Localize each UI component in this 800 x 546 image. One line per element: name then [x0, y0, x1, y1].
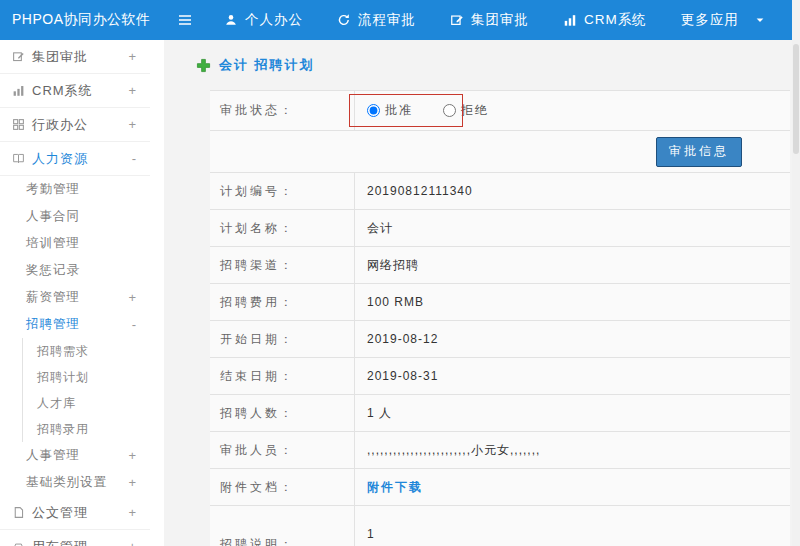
sidebar-item-recruit-demand[interactable]: 招聘需求 [22, 338, 150, 364]
sidebar-item-base-category[interactable]: 基础类别设置 + [0, 469, 150, 496]
row-recruit-cost: 招聘费用： 100 RMB [210, 284, 790, 321]
field-value: 2019-08-12 [355, 321, 790, 357]
nav-crm-system[interactable]: CRM系统 [563, 11, 647, 29]
sidebar-item-attendance[interactable]: 考勤管理 [0, 176, 150, 203]
nav-process-approval[interactable]: 流程审批 [337, 11, 416, 29]
row-attachment: 附件文档： 附件下载 [210, 469, 790, 506]
collapse-icon[interactable]: - [132, 151, 150, 166]
field-label: 附件文档： [210, 469, 355, 505]
row-start-date: 开始日期： 2019-08-12 [210, 321, 790, 358]
nav-group-approval[interactable]: 集团审批 [450, 11, 529, 29]
sidebar-item-admin-office[interactable]: 行政办公 + [0, 108, 150, 142]
row-recruit-channel: 招聘渠道： 网络招聘 [210, 247, 790, 284]
field-label: 开始日期： [210, 321, 355, 357]
sidebar-item-salary-mgmt[interactable]: 薪资管理 + [0, 284, 150, 311]
field-value: 会计 [355, 210, 790, 246]
nav-personal-office[interactable]: 个人办公 [224, 11, 303, 29]
nav-more-apps[interactable]: 更多应用 [681, 11, 766, 29]
expand-icon[interactable]: + [128, 290, 150, 305]
description-line: 1 [367, 526, 375, 542]
field-value: 网络招聘 [355, 247, 790, 283]
approval-form: 审批状态： 批准 拒绝 审批信息 [210, 90, 790, 546]
sidebar-item-group-approval[interactable]: 集团审批 + [0, 40, 150, 74]
app-brand: PHPOA协同办公软件 [0, 11, 160, 29]
edit-icon [450, 13, 464, 27]
sidebar-item-document-mgmt[interactable]: 公文管理 + [0, 496, 150, 530]
sidebar-item-hr-contract[interactable]: 人事合同 [0, 203, 150, 230]
expand-icon[interactable]: + [128, 505, 150, 520]
field-label: 计划编号： [210, 173, 355, 209]
row-end-date: 结束日期： 2019-08-31 [210, 358, 790, 395]
book-icon [12, 152, 32, 165]
bar-chart-icon [12, 84, 32, 97]
radio-approve[interactable]: 批准 [367, 102, 413, 119]
plus-icon [196, 58, 211, 73]
field-value: 2019-08-31 [355, 358, 790, 394]
row-headcount: 招聘人数： 1 人 [210, 395, 790, 432]
scrollbar-thumb[interactable] [793, 44, 799, 154]
field-label: 计划名称： [210, 210, 355, 246]
page-title-text: 会计 招聘计划 [219, 56, 315, 74]
sidebar-item-training[interactable]: 培训管理 [0, 230, 150, 257]
field-value: 1 2 [355, 506, 790, 546]
radio-reject-input[interactable] [443, 104, 456, 117]
page-title: 会计 招聘计划 [196, 56, 800, 74]
field-value: 100 RMB [355, 284, 790, 320]
attachment-download-link[interactable]: 附件下载 [367, 479, 423, 496]
field-value: 20190812111340 [355, 173, 790, 209]
sidebar-item-personnel-mgmt[interactable]: 人事管理 + [0, 442, 150, 469]
nav-label: 流程审批 [358, 11, 416, 29]
hamburger-icon[interactable] [160, 12, 210, 28]
expand-icon[interactable]: + [128, 448, 150, 463]
radio-reject[interactable]: 拒绝 [443, 102, 489, 119]
sidebar-item-recruit-mgmt[interactable]: 招聘管理 - [0, 311, 150, 338]
caret-down-icon [754, 14, 766, 26]
sidebar-item-hr[interactable]: 人力资源 - [0, 142, 150, 176]
grid-icon [12, 118, 32, 131]
field-label: 招聘渠道： [210, 247, 355, 283]
field-value: ,,,,,,,,,,,,,,,,,,,,,,,,小元女,,,,,,, [355, 432, 790, 468]
sidebar-item-recruit-plan[interactable]: 招聘计划 [22, 364, 150, 390]
row-plan-number: 计划编号： 20190812111340 [210, 173, 790, 210]
row-recruit-description: 招聘说明： 1 2 [210, 506, 790, 546]
field-value: 附件下载 [355, 469, 790, 505]
field-label: 招聘费用： [210, 284, 355, 320]
expand-icon[interactable]: + [128, 539, 150, 546]
status-radio-group: 批准 拒绝 [355, 91, 790, 130]
field-label: 审批人员： [210, 432, 355, 468]
nav-label: 集团审批 [471, 11, 529, 29]
row-approvers: 审批人员： ,,,,,,,,,,,,,,,,,,,,,,,,小元女,,,,,,, [210, 432, 790, 469]
approve-info-button[interactable]: 审批信息 [656, 137, 742, 167]
row-approve-action: 审批信息 [210, 131, 790, 173]
edit-icon [12, 50, 32, 63]
row-approval-status: 审批状态： 批准 拒绝 [210, 91, 790, 131]
sidebar-item-vehicle-mgmt[interactable]: 用车管理 + [0, 530, 150, 546]
field-label: 招聘人数： [210, 395, 355, 431]
nav-label: 个人办公 [245, 11, 303, 29]
sidebar-item-rewards-records[interactable]: 奖惩记录 [0, 257, 150, 284]
vertical-scrollbar[interactable] [792, 0, 800, 546]
expand-icon[interactable]: + [128, 475, 150, 490]
field-label: 招聘说明： [210, 506, 355, 546]
expand-icon[interactable]: + [128, 83, 150, 98]
expand-icon[interactable]: + [128, 117, 150, 132]
field-value: 1 人 [355, 395, 790, 431]
nav-label: CRM系统 [584, 11, 647, 29]
person-icon [224, 13, 238, 27]
nav-label: 更多应用 [681, 11, 739, 29]
main-content: 会计 招聘计划 审批状态： 批准 拒绝 [164, 40, 800, 546]
topbar: PHPOA协同办公软件 个人办公 流程审批 集团审批 [0, 0, 800, 40]
sidebar-item-talent-pool[interactable]: 人才库 [22, 390, 150, 416]
bar-chart-icon [563, 13, 577, 27]
radio-approve-input[interactable] [367, 104, 380, 117]
field-label: 审批状态： [210, 91, 355, 130]
row-plan-name: 计划名称： 会计 [210, 210, 790, 247]
expand-icon[interactable]: + [128, 49, 150, 64]
top-navigation: 个人办公 流程审批 集团审批 CRM系统 更多应用 [224, 11, 766, 29]
car-icon [12, 540, 32, 546]
sidebar-item-recruit-hire[interactable]: 招聘录用 [22, 416, 150, 442]
app-window: PHPOA协同办公软件 个人办公 流程审批 集团审批 [0, 0, 800, 546]
sidebar-item-crm[interactable]: CRM系统 + [0, 74, 150, 108]
collapse-icon[interactable]: - [132, 317, 150, 332]
file-icon [12, 506, 32, 519]
